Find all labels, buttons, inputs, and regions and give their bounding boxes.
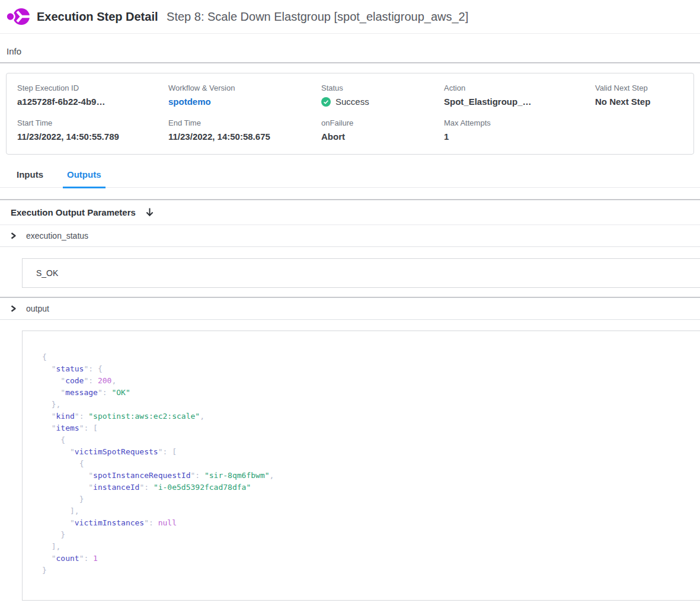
info-divider [0,62,700,63]
info-card: Step Execution ID a125728f-6b22-4b9… Wor… [6,73,694,155]
info-field-status: Status Success [321,84,444,107]
tab-outputs[interactable]: Outputs [63,169,106,187]
page-header: Execution Step Detail Step 8: Scale Down… [0,0,700,34]
field-label: Workflow & Version [168,84,321,92]
success-check-icon [321,97,331,107]
row-divider [0,319,700,320]
output-params-title: Execution Output Parameters [11,207,136,217]
field-value: No Next Step [595,97,693,107]
info-field-step-execution-id: Step Execution ID a125728f-6b22-4b9… [17,84,168,107]
status-badge: Success [321,97,444,107]
field-label: Max Attempts [444,118,595,127]
field-value: Spot_Elastigroup_… [444,97,595,107]
json-code: { "status": { "code": 200, "message": "O… [42,351,695,576]
field-label: Valid Next Step [595,84,693,92]
download-arrow-icon[interactable] [145,207,155,217]
field-value: a125728f-6b22-4b9… [17,97,168,107]
info-field-start-time: Start Time 11/23/2022, 14:50:55.789 [17,118,168,142]
tabs-bar: Inputs Outputs [0,169,700,188]
chevron-right-icon [9,304,17,313]
info-field-max-attempts: Max Attempts 1 [444,118,595,142]
expander-execution-status[interactable]: execution_status [0,225,700,246]
field-label: Action [444,84,595,92]
expander-label: execution_status [26,231,88,240]
info-field-action: Action Spot_Elastigroup_… [444,84,595,107]
field-label: Status [321,84,444,92]
field-label: End Time [168,118,321,127]
field-value: Abort [321,131,444,142]
info-field-workflow-version: Workflow & Version spotdemo [168,84,321,107]
info-field-valid-next-step: Valid Next Step No Next Step [595,84,693,107]
field-value: 1 [444,131,595,142]
output-params-header: Execution Output Parameters [0,200,700,224]
expander-output[interactable]: output [0,298,700,319]
expander-label: output [26,304,49,313]
execution-status-value-box: S_OK [22,258,700,288]
tab-inputs[interactable]: Inputs [12,169,47,187]
status-text: Success [335,97,369,107]
info-field-end-time: End Time 11/23/2022, 14:50:58.675 [168,118,321,142]
info-section-label: Info [7,46,700,56]
page-title: Execution Step Detail Step 8: Scale Down… [37,10,468,24]
field-label: onFailure [321,118,444,127]
field-value: 11/23/2022, 14:50:55.789 [17,131,168,142]
output-code-box: { "status": { "code": 200, "message": "O… [22,331,700,601]
info-field-onfailure: onFailure Abort [321,118,444,142]
field-label: Step Execution ID [17,84,168,92]
execution-status-value: S_OK [36,268,58,278]
spot-logo-icon [5,5,32,28]
field-value: 11/23/2022, 14:50:58.675 [168,131,321,142]
page-title-step: Step 8: Scale Down Elastgroup [spot_elas… [167,10,468,23]
chevron-right-icon [9,232,17,240]
field-label: Start Time [17,118,168,127]
workflow-link[interactable]: spotdemo [168,97,321,107]
page-title-main: Execution Step Detail [37,10,158,23]
row-divider [0,246,700,247]
